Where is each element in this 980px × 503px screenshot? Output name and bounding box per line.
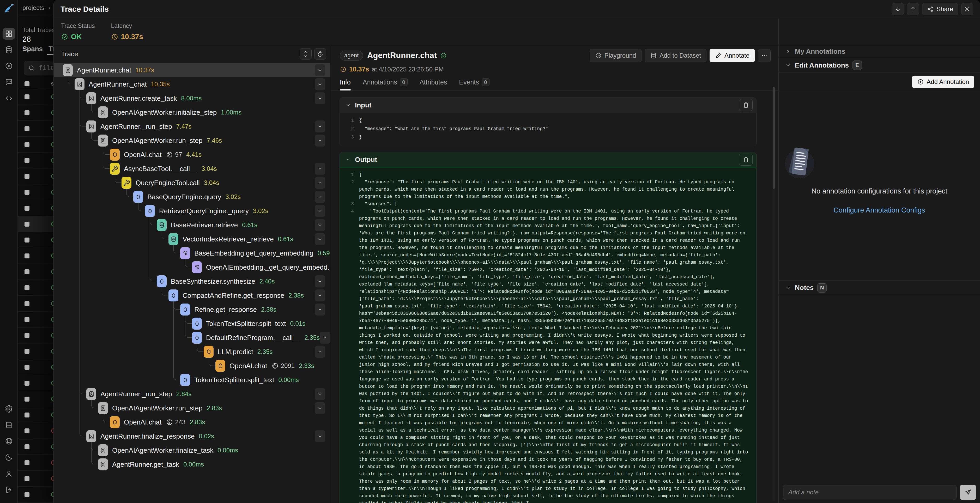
row-checkbox[interactable] <box>24 476 29 481</box>
trace-span-row[interactable]: RetrieverQueryEngine._query3.02s <box>54 204 330 218</box>
row-checkbox[interactable] <box>24 317 29 322</box>
table-row[interactable] <box>18 439 54 455</box>
playground-button[interactable]: Playground <box>590 49 641 62</box>
span-collapse-toggle[interactable] <box>315 177 325 189</box>
table-row[interactable] <box>18 280 54 296</box>
table-row[interactable] <box>18 359 54 375</box>
span-collapse-toggle[interactable] <box>315 121 325 132</box>
row-checkbox[interactable] <box>24 301 29 306</box>
rail-item-prompts[interactable] <box>3 76 15 88</box>
span-collapse-toggle[interactable] <box>315 275 325 287</box>
rail-item-theme-toggle[interactable] <box>3 451 15 463</box>
row-checkbox[interactable] <box>24 269 29 274</box>
trace-span-row[interactable]: BaseQueryEngine.query3.02s <box>54 190 330 204</box>
tab-annotations[interactable]: Annotations0 <box>363 78 407 90</box>
phoenix-logo[interactable] <box>3 3 15 14</box>
row-checkbox[interactable] <box>24 333 29 338</box>
my-annotations-section[interactable]: My Annotations <box>779 45 980 58</box>
row-checkbox[interactable] <box>24 428 29 433</box>
trace-span-row[interactable]: AgentRunner.create_task8.00ms <box>54 91 330 105</box>
row-checkbox[interactable] <box>24 492 29 497</box>
annotate-button[interactable]: Annotate <box>710 49 755 62</box>
table-row[interactable] <box>18 312 54 328</box>
more-actions-button[interactable] <box>758 49 771 62</box>
trace-span-row[interactable]: OpenAI.chat20912.33s <box>54 359 330 373</box>
trace-span-row[interactable]: DefaultRefineProgram.__call__2.35s <box>54 331 330 345</box>
table-row[interactable] <box>18 423 54 439</box>
timing-toggle-button[interactable] <box>314 48 326 60</box>
tab-partial[interactable]: Tr <box>48 45 54 53</box>
configure-annotation-configs-link[interactable]: Configure Annotation Configs <box>779 206 980 214</box>
tab-events[interactable]: Events0 <box>459 78 489 90</box>
table-row[interactable] <box>18 232 54 248</box>
trace-span-row[interactable]: AgentRunner._run_step7.47s <box>54 119 330 134</box>
span-collapse-toggle[interactable] <box>315 430 325 442</box>
row-checkbox[interactable] <box>24 253 29 258</box>
table-row[interactable] <box>18 296 54 312</box>
trace-span-row[interactable]: OpenAIAgentWorker.initialize_step1.00ms <box>54 105 330 119</box>
span-collapse-toggle[interactable] <box>315 388 325 400</box>
row-checkbox[interactable] <box>24 110 29 115</box>
add-annotation-button[interactable]: Add Annotation <box>912 76 974 88</box>
table-row[interactable] <box>18 391 54 407</box>
tab-info[interactable]: Info <box>340 78 351 90</box>
tab-spans[interactable]: Spans <box>22 45 43 53</box>
row-checkbox[interactable] <box>24 126 29 131</box>
trace-span-row[interactable]: AgentRunner._chat10.35s <box>54 77 330 91</box>
span-collapse-toggle[interactable] <box>315 304 325 315</box>
trace-span-row[interactable]: TokenTextSplitter.split_text0.00ms <box>54 373 330 387</box>
row-checkbox[interactable] <box>24 396 29 401</box>
next-trace-button[interactable] <box>907 3 919 15</box>
span-collapse-toggle[interactable] <box>315 191 325 203</box>
trace-span-row[interactable]: AgentRunner.finalize_response0.02s <box>54 429 330 443</box>
trace-span-row[interactable]: AgentRunner._run_step2.84s <box>54 387 330 401</box>
table-row[interactable] <box>18 105 54 121</box>
notes-section[interactable]: Notes N <box>779 280 980 295</box>
span-collapse-toggle[interactable] <box>315 92 325 104</box>
span-collapse-toggle[interactable] <box>315 78 325 90</box>
table-row[interactable] <box>18 216 54 232</box>
trace-span-row[interactable]: OpenAIAgentWorker.run_step7.46s <box>54 134 330 148</box>
table-row[interactable] <box>18 89 54 105</box>
trace-span-row[interactable]: OpenAI.chat974.41s <box>54 148 330 162</box>
tab-attributes[interactable]: Attributes <box>420 78 447 90</box>
trace-span-row[interactable]: LLM.predict2.35s <box>54 345 330 359</box>
row-checkbox[interactable] <box>24 222 29 227</box>
add-to-dataset-button[interactable]: Add to Dataset <box>644 49 706 62</box>
trace-span-row[interactable]: OpenAIEmbedding._get_query_embedd...0.58… <box>54 260 330 274</box>
row-checkbox[interactable] <box>24 285 29 290</box>
copy-output-button[interactable] <box>739 154 752 166</box>
trace-span-row[interactable]: OpenAIAgentWorker.run_step2.83s <box>54 401 330 415</box>
span-collapse-toggle[interactable] <box>315 205 325 217</box>
rail-item-support[interactable] <box>3 435 15 447</box>
table-row[interactable] <box>18 169 54 185</box>
span-collapse-toggle[interactable] <box>320 332 330 344</box>
rail-item-profile[interactable] <box>3 468 15 479</box>
table-row[interactable] <box>18 375 54 391</box>
send-note-button[interactable] <box>960 485 976 500</box>
span-collapse-toggle[interactable] <box>315 64 325 76</box>
rail-item-projects[interactable] <box>3 28 15 40</box>
span-collapse-toggle[interactable] <box>315 219 325 231</box>
rail-item-documentation[interactable] <box>3 419 15 431</box>
detail-scrollbar[interactable] <box>773 87 775 501</box>
table-row[interactable] <box>18 248 54 264</box>
close-button[interactable] <box>961 3 973 15</box>
rail-item-logout[interactable] <box>3 484 15 496</box>
trace-span-row[interactable]: AsyncBaseTool.__call__3.04s <box>54 162 330 176</box>
table-row[interactable] <box>18 185 54 200</box>
rail-item-settings[interactable] <box>3 403 15 415</box>
span-collapse-toggle[interactable] <box>315 135 325 146</box>
row-checkbox[interactable] <box>24 237 29 242</box>
table-row[interactable] <box>18 121 54 137</box>
trace-span-row[interactable]: OpenAI.chat2432.83s <box>54 415 330 429</box>
table-row[interactable] <box>18 328 54 344</box>
note-input[interactable] <box>783 485 956 500</box>
row-checkbox[interactable] <box>24 349 29 354</box>
share-button[interactable]: Share <box>922 3 958 15</box>
table-row[interactable] <box>18 487 54 503</box>
span-collapse-toggle[interactable] <box>315 233 325 245</box>
previous-trace-button[interactable] <box>892 3 904 15</box>
row-checkbox[interactable] <box>24 412 29 417</box>
span-collapse-toggle[interactable] <box>315 346 325 358</box>
